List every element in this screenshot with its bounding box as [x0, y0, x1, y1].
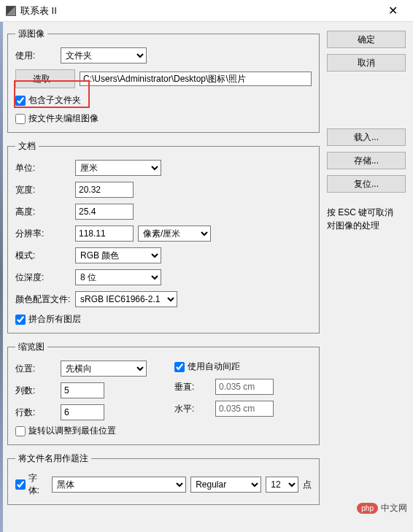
group-by-folder-checkbox[interactable] — [15, 114, 26, 124]
width-label: 宽度: — [15, 184, 71, 196]
unit-select[interactable]: 厘米 — [75, 160, 161, 176]
vert-input — [215, 379, 274, 395]
load-button[interactable]: 载入... — [327, 128, 406, 146]
vert-label: 垂直: — [174, 381, 211, 393]
cancel-button[interactable]: 取消 — [327, 54, 406, 72]
font-size-select[interactable]: 12 — [266, 477, 298, 493]
horiz-label: 水平: — [174, 403, 211, 415]
profile-select[interactable]: sRGB IEC61966-2.1 — [75, 291, 177, 307]
rotate-checkbox[interactable] — [15, 426, 26, 436]
thumbnail-group: 缩览图 位置: 先横向 列数: 行数: — [7, 341, 320, 445]
source-image-group: 源图像 使用: 文件夹 选取... C:\Users\Administrator… — [7, 28, 320, 133]
watermark-text: 中文网 — [381, 502, 407, 514]
watermark-badge: php — [357, 503, 378, 514]
source-legend: 源图像 — [15, 28, 47, 40]
caption-font-checkbox[interactable] — [15, 479, 26, 490]
title-bar: 联系表 II ✕ — [0, 0, 413, 22]
use-select[interactable]: 文件夹 — [61, 47, 147, 63]
font-size-suffix: 点 — [303, 479, 312, 491]
rows-input[interactable] — [61, 404, 104, 420]
document-legend: 文档 — [15, 140, 39, 153]
app-icon — [6, 6, 16, 16]
cols-input[interactable] — [61, 382, 104, 398]
depth-select[interactable]: 8 位 — [75, 269, 161, 285]
resolution-unit-select[interactable]: 像素/厘米 — [138, 225, 211, 242]
auto-spacing-checkbox[interactable] — [174, 362, 185, 372]
caption-legend: 将文件名用作题注 — [15, 452, 91, 465]
rows-label: 行数: — [15, 406, 56, 419]
font-style-select[interactable]: Regular — [190, 477, 261, 493]
document-group: 文档 单位: 厘米 宽度: 高度: 分辨率: 像素/厘米 模式: RGB 颜色 — [7, 140, 320, 334]
path-display: C:\Users\Administrator\Desktop\图标\照片 — [80, 72, 312, 86]
flatten-checkbox[interactable] — [15, 315, 26, 325]
cols-label: 列数: — [15, 385, 56, 397]
close-icon[interactable]: ✕ — [378, 0, 407, 22]
font-label: 字体: — [28, 472, 47, 497]
esc-hint: 按 ESC 键可取消 对图像的处理 — [327, 206, 406, 232]
reset-button[interactable]: 复位... — [327, 175, 406, 193]
include-subfolders-checkbox[interactable] — [15, 96, 26, 106]
place-label: 位置: — [15, 363, 56, 375]
use-label: 使用: — [15, 50, 56, 62]
profile-label: 颜色配置文件: — [15, 293, 71, 306]
watermark: php 中文网 — [357, 502, 407, 514]
place-select[interactable]: 先横向 — [61, 361, 147, 377]
mode-label: 模式: — [15, 250, 71, 262]
unit-label: 单位: — [15, 162, 71, 174]
thumbnail-legend: 缩览图 — [15, 341, 47, 353]
save-button[interactable]: 存储... — [327, 152, 406, 169]
auto-spacing-label: 使用自动间距 — [188, 361, 240, 373]
height-input[interactable] — [75, 204, 134, 220]
resolution-input[interactable] — [75, 225, 134, 242]
window-title: 联系表 II — [20, 4, 378, 18]
font-family-select[interactable]: 黑体 — [52, 477, 186, 493]
select-button[interactable]: 选取... — [15, 69, 75, 88]
depth-label: 位深度: — [15, 271, 71, 284]
horiz-input — [215, 401, 274, 417]
mode-select[interactable]: RGB 颜色 — [75, 247, 161, 263]
resolution-label: 分辨率: — [15, 228, 71, 240]
flatten-label: 拼合所有图层 — [28, 313, 81, 325]
height-label: 高度: — [15, 206, 71, 218]
ok-button[interactable]: 确定 — [327, 31, 406, 48]
include-subfolders-label: 包含子文件夹 — [28, 94, 81, 107]
caption-group: 将文件名用作题注 字体: 黑体 Regular 12 点 — [7, 452, 320, 505]
rotate-label: 旋转以调整到最佳位置 — [28, 425, 116, 437]
width-input[interactable] — [75, 182, 134, 198]
group-by-folder-label: 按文件夹编组图像 — [28, 112, 99, 125]
